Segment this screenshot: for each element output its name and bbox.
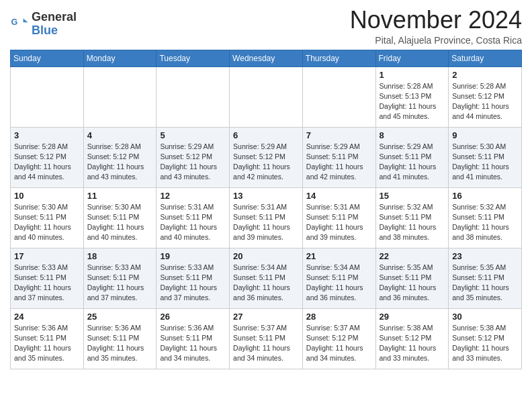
day-number: 5 <box>160 130 226 140</box>
day-number: 9 <box>452 130 518 140</box>
week-row-2: 3Sunrise: 5:28 AM Sunset: 5:12 PM Daylig… <box>11 127 522 187</box>
day-info: Sunrise: 5:28 AM Sunset: 5:12 PM Dayligh… <box>87 142 153 183</box>
calendar-cell: 17Sunrise: 5:33 AM Sunset: 5:11 PM Dayli… <box>11 248 84 308</box>
calendar-cell: 9Sunrise: 5:30 AM Sunset: 5:11 PM Daylig… <box>449 127 522 187</box>
day-number: 2 <box>452 70 518 80</box>
day-info: Sunrise: 5:30 AM Sunset: 5:11 PM Dayligh… <box>87 202 153 243</box>
logo: G General Blue <box>10 7 77 38</box>
day-number: 6 <box>233 130 299 140</box>
day-number: 11 <box>87 191 153 201</box>
calendar-cell: 26Sunrise: 5:36 AM Sunset: 5:11 PM Dayli… <box>157 308 230 369</box>
day-info: Sunrise: 5:33 AM Sunset: 5:11 PM Dayligh… <box>160 263 226 304</box>
calendar-cell <box>302 66 375 127</box>
day-number: 28 <box>306 312 372 322</box>
calendar-cell: 5Sunrise: 5:29 AM Sunset: 5:12 PM Daylig… <box>157 127 230 187</box>
calendar-cell: 18Sunrise: 5:33 AM Sunset: 5:11 PM Dayli… <box>83 248 157 308</box>
day-info: Sunrise: 5:37 AM Sunset: 5:11 PM Dayligh… <box>233 323 299 364</box>
calendar-cell: 12Sunrise: 5:31 AM Sunset: 5:11 PM Dayli… <box>157 187 230 248</box>
weekday-header-saturday: Saturday <box>449 50 522 66</box>
calendar-cell: 10Sunrise: 5:30 AM Sunset: 5:11 PM Dayli… <box>11 187 84 248</box>
weekday-header-row: SundayMondayTuesdayWednesdayThursdayFrid… <box>11 50 522 66</box>
day-info: Sunrise: 5:29 AM Sunset: 5:11 PM Dayligh… <box>306 142 372 183</box>
week-row-1: 1Sunrise: 5:28 AM Sunset: 5:13 PM Daylig… <box>11 66 522 127</box>
day-number: 14 <box>306 191 372 201</box>
day-info: Sunrise: 5:29 AM Sunset: 5:12 PM Dayligh… <box>160 142 226 183</box>
week-row-4: 17Sunrise: 5:33 AM Sunset: 5:11 PM Dayli… <box>11 248 522 308</box>
day-number: 25 <box>87 312 153 322</box>
calendar-table: SundayMondayTuesdayWednesdayThursdayFrid… <box>10 50 522 369</box>
title-area: November 2024 Pital, Alajuela Province, … <box>350 7 522 46</box>
day-number: 23 <box>452 251 518 261</box>
calendar-cell: 3Sunrise: 5:28 AM Sunset: 5:12 PM Daylig… <box>11 127 84 187</box>
day-number: 19 <box>160 251 226 261</box>
svg-text:G: G <box>11 17 17 27</box>
day-info: Sunrise: 5:29 AM Sunset: 5:11 PM Dayligh… <box>380 142 445 183</box>
day-info: Sunrise: 5:34 AM Sunset: 5:11 PM Dayligh… <box>233 263 299 304</box>
day-info: Sunrise: 5:33 AM Sunset: 5:11 PM Dayligh… <box>14 263 80 304</box>
day-info: Sunrise: 5:35 AM Sunset: 5:11 PM Dayligh… <box>380 263 445 304</box>
day-info: Sunrise: 5:38 AM Sunset: 5:12 PM Dayligh… <box>380 323 445 364</box>
day-info: Sunrise: 5:29 AM Sunset: 5:12 PM Dayligh… <box>233 142 299 183</box>
calendar-cell: 14Sunrise: 5:31 AM Sunset: 5:11 PM Dayli… <box>302 187 375 248</box>
day-number: 18 <box>87 251 153 261</box>
calendar-cell: 1Sunrise: 5:28 AM Sunset: 5:13 PM Daylig… <box>375 66 449 127</box>
calendar-cell: 19Sunrise: 5:33 AM Sunset: 5:11 PM Dayli… <box>157 248 230 308</box>
calendar-cell: 22Sunrise: 5:35 AM Sunset: 5:11 PM Dayli… <box>375 248 449 308</box>
calendar-cell <box>11 66 84 127</box>
day-info: Sunrise: 5:31 AM Sunset: 5:11 PM Dayligh… <box>160 202 226 243</box>
calendar-cell: 29Sunrise: 5:38 AM Sunset: 5:12 PM Dayli… <box>375 308 449 369</box>
day-number: 24 <box>14 312 80 322</box>
day-info: Sunrise: 5:32 AM Sunset: 5:11 PM Dayligh… <box>452 202 518 243</box>
day-number: 26 <box>160 312 226 322</box>
calendar-cell: 15Sunrise: 5:32 AM Sunset: 5:11 PM Dayli… <box>375 187 449 248</box>
day-info: Sunrise: 5:34 AM Sunset: 5:11 PM Dayligh… <box>306 263 372 304</box>
logo-text: General Blue <box>32 11 77 38</box>
day-number: 10 <box>14 191 80 201</box>
calendar-cell: 8Sunrise: 5:29 AM Sunset: 5:11 PM Daylig… <box>375 127 449 187</box>
calendar-cell: 24Sunrise: 5:36 AM Sunset: 5:11 PM Dayli… <box>11 308 84 369</box>
day-number: 30 <box>452 312 518 322</box>
day-info: Sunrise: 5:28 AM Sunset: 5:12 PM Dayligh… <box>452 81 518 122</box>
header: G General Blue November 2024 Pital, Alaj… <box>10 7 522 46</box>
weekday-header-thursday: Thursday <box>302 50 375 66</box>
day-info: Sunrise: 5:32 AM Sunset: 5:11 PM Dayligh… <box>380 202 445 243</box>
calendar-cell: 30Sunrise: 5:38 AM Sunset: 5:12 PM Dayli… <box>449 308 522 369</box>
calendar-cell: 25Sunrise: 5:36 AM Sunset: 5:11 PM Dayli… <box>83 308 157 369</box>
calendar-cell: 23Sunrise: 5:35 AM Sunset: 5:11 PM Dayli… <box>449 248 522 308</box>
calendar-cell: 13Sunrise: 5:31 AM Sunset: 5:11 PM Dayli… <box>230 187 303 248</box>
day-info: Sunrise: 5:35 AM Sunset: 5:11 PM Dayligh… <box>452 263 518 304</box>
day-number: 15 <box>380 191 445 201</box>
month-title: November 2024 <box>350 7 522 34</box>
calendar-cell <box>83 66 157 127</box>
calendar-cell: 20Sunrise: 5:34 AM Sunset: 5:11 PM Dayli… <box>230 248 303 308</box>
weekday-header-sunday: Sunday <box>11 50 84 66</box>
calendar-cell: 27Sunrise: 5:37 AM Sunset: 5:11 PM Dayli… <box>230 308 303 369</box>
day-info: Sunrise: 5:28 AM Sunset: 5:13 PM Dayligh… <box>380 81 445 122</box>
day-number: 8 <box>380 130 445 140</box>
location-subtitle: Pital, Alajuela Province, Costa Rica <box>350 35 522 46</box>
calendar-cell <box>230 66 303 127</box>
day-info: Sunrise: 5:33 AM Sunset: 5:11 PM Dayligh… <box>87 263 153 304</box>
day-info: Sunrise: 5:30 AM Sunset: 5:11 PM Dayligh… <box>452 142 518 183</box>
day-info: Sunrise: 5:28 AM Sunset: 5:12 PM Dayligh… <box>14 142 80 183</box>
day-number: 17 <box>14 251 80 261</box>
day-info: Sunrise: 5:30 AM Sunset: 5:11 PM Dayligh… <box>14 202 80 243</box>
calendar-cell <box>157 66 230 127</box>
day-number: 13 <box>233 191 299 201</box>
day-number: 22 <box>380 251 445 261</box>
day-number: 7 <box>306 130 372 140</box>
day-info: Sunrise: 5:37 AM Sunset: 5:12 PM Dayligh… <box>306 323 372 364</box>
day-number: 16 <box>452 191 518 201</box>
day-number: 12 <box>160 191 226 201</box>
week-row-3: 10Sunrise: 5:30 AM Sunset: 5:11 PM Dayli… <box>11 187 522 248</box>
calendar-cell: 11Sunrise: 5:30 AM Sunset: 5:11 PM Dayli… <box>83 187 157 248</box>
day-info: Sunrise: 5:36 AM Sunset: 5:11 PM Dayligh… <box>14 323 80 364</box>
day-number: 27 <box>233 312 299 322</box>
day-number: 29 <box>380 312 445 322</box>
calendar-cell: 21Sunrise: 5:34 AM Sunset: 5:11 PM Dayli… <box>302 248 375 308</box>
day-number: 21 <box>306 251 372 261</box>
day-info: Sunrise: 5:31 AM Sunset: 5:11 PM Dayligh… <box>306 202 372 243</box>
calendar-cell: 16Sunrise: 5:32 AM Sunset: 5:11 PM Dayli… <box>449 187 522 248</box>
day-info: Sunrise: 5:36 AM Sunset: 5:11 PM Dayligh… <box>160 323 226 364</box>
day-info: Sunrise: 5:36 AM Sunset: 5:11 PM Dayligh… <box>87 323 153 364</box>
